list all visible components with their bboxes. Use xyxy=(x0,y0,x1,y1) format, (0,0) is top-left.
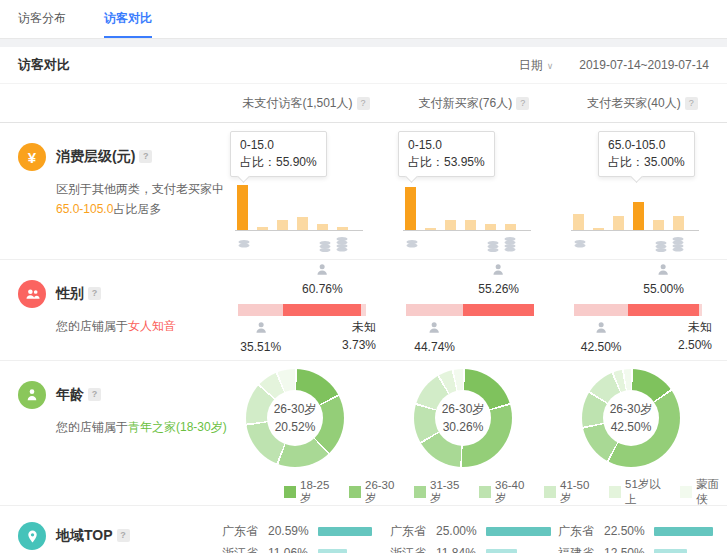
gender-chart-unpaid[interactable]: 60.76% 35.51% 未知 3.73% xyxy=(222,260,390,360)
row-title-region: 地域TOP? xyxy=(56,527,130,545)
help-icon[interactable]: ? xyxy=(88,388,101,401)
legend-swatch xyxy=(284,486,296,498)
male-share: 44.74% xyxy=(414,320,455,354)
help-icon[interactable]: ? xyxy=(685,97,698,110)
high-spend-icon xyxy=(654,236,685,253)
row-gender: 性别? 您的店铺属于女人知音 60.76% 35.51% 未知 3.73% xyxy=(0,260,727,361)
region-list-new-buyer: 广东省 25.00% 浙江省 11.84% xyxy=(390,506,558,553)
legend-swatch xyxy=(349,486,361,498)
age-chart-new-buyer[interactable]: 26-30岁 30.26% xyxy=(390,361,558,475)
legend-swatch xyxy=(414,486,426,498)
age-chart-unpaid[interactable]: 26-30岁 20.52% xyxy=(222,361,390,475)
low-spend-icon xyxy=(573,239,587,249)
legend-item[interactable]: 41-50岁 xyxy=(544,479,597,506)
consumption-bar[interactable] xyxy=(505,224,516,230)
consumption-chart-new-buyer[interactable]: 0-15.0 占比：53.95% xyxy=(390,123,558,259)
region-item: 广东省 25.00% xyxy=(390,520,558,542)
consumption-bar[interactable] xyxy=(237,185,248,230)
consumption-bar[interactable] xyxy=(337,227,348,230)
person-icon xyxy=(315,262,330,277)
help-icon[interactable]: ? xyxy=(516,97,529,110)
region-item: 浙江省 11.06% xyxy=(222,542,390,553)
region-item: 广东省 22.50% xyxy=(558,520,727,542)
consumption-bar[interactable] xyxy=(593,228,604,230)
female-share: 60.76% xyxy=(302,262,343,296)
gender-bar xyxy=(574,304,702,316)
age-desc: 您的店铺属于青年之家(18-30岁) xyxy=(56,417,222,437)
legend-swatch xyxy=(479,486,491,498)
consumption-bar[interactable] xyxy=(573,214,584,230)
page-title: 访客对比 xyxy=(18,56,70,74)
female-share: 55.00% xyxy=(643,262,684,296)
divider-band xyxy=(0,39,727,47)
region-bar xyxy=(486,549,517,553)
help-icon[interactable]: ? xyxy=(139,150,152,163)
chart-tooltip: 0-15.0 占比：55.90% xyxy=(230,131,327,177)
consumption-bar[interactable] xyxy=(277,220,288,230)
age-donut: 26-30岁 42.50% xyxy=(582,369,680,467)
legend-item[interactable]: 36-40岁 xyxy=(479,479,532,506)
person-icon xyxy=(427,320,442,335)
consumption-bar[interactable] xyxy=(445,220,456,230)
consumption-bar[interactable] xyxy=(317,224,328,230)
consumption-bar[interactable] xyxy=(613,216,624,230)
unknown-share: 未知 2.50% xyxy=(678,318,712,354)
consumption-bar[interactable] xyxy=(653,220,664,230)
tab-visitor-distribution[interactable]: 访客分布 xyxy=(18,10,66,38)
consumption-bar[interactable] xyxy=(465,220,476,230)
legend-item[interactable]: 51岁以上 xyxy=(609,477,668,507)
chart-tooltip: 65.0-105.0 占比：35.00% xyxy=(598,131,695,177)
gender-bar xyxy=(238,304,366,316)
gender-bar xyxy=(406,304,534,316)
legend-item[interactable]: 蒙面侠 xyxy=(680,477,727,507)
region-item: 福建省 12.50% xyxy=(558,542,727,553)
consumption-bar[interactable] xyxy=(405,187,416,230)
row-consumption: ¥ 消费层级(元)? 区别于其他两类，支付老买家中 65.0-105.0占比居多… xyxy=(0,123,727,260)
age-chart-old-buyer[interactable]: 26-30岁 42.50% xyxy=(558,361,727,475)
gender-desc-highlight: 女人知音 xyxy=(128,319,176,333)
age-legend: 18-25岁26-30岁31-35岁36-40岁41-50岁51岁以上蒙面侠 xyxy=(284,479,727,505)
legend-item[interactable]: 18-25岁 xyxy=(284,479,337,506)
legend-item[interactable]: 31-35岁 xyxy=(414,479,467,506)
date-selector[interactable]: 日期∨ xyxy=(519,57,554,74)
location-pin-icon xyxy=(18,522,46,550)
page-header: 访客对比 日期∨ 2019-07-14~2019-07-14 xyxy=(0,47,727,84)
region-item: 广东省 20.59% xyxy=(222,520,390,542)
person-icon xyxy=(18,381,46,409)
mini-bar-chart xyxy=(403,183,531,231)
consumption-bar[interactable] xyxy=(633,202,644,230)
high-spend-icon xyxy=(318,236,349,253)
consumption-bar[interactable] xyxy=(257,227,268,230)
region-bar xyxy=(318,549,347,553)
help-icon[interactable]: ? xyxy=(357,97,370,110)
legend-item[interactable]: 26-30岁 xyxy=(349,479,402,506)
column-header-row: 未支付访客(1,501人)? 支付新买家(76人)? 支付老买家(40人)? xyxy=(0,84,727,123)
legend-swatch xyxy=(609,486,621,498)
age-donut: 26-30岁 20.52% xyxy=(246,369,344,467)
yen-icon: ¥ xyxy=(18,143,46,171)
gender-chart-new-buyer[interactable]: 55.26% 44.74% 未知 xyxy=(390,260,558,360)
consumption-bar[interactable] xyxy=(673,216,684,230)
unknown-share: 未知 3.73% xyxy=(342,318,376,354)
consumption-bar[interactable] xyxy=(297,217,308,230)
row-title-gender: 性别? xyxy=(56,285,101,303)
person-icon xyxy=(594,320,609,335)
consumption-chart-unpaid[interactable]: 0-15.0 占比：55.90% xyxy=(222,123,390,259)
consumption-bar[interactable] xyxy=(425,228,436,230)
tab-visitor-compare[interactable]: 访客对比 xyxy=(104,10,152,38)
age-desc-highlight: 青年之家(18-30岁) xyxy=(128,420,227,434)
gender-desc: 您的店铺属于女人知音 xyxy=(56,316,222,336)
gender-chart-old-buyer[interactable]: 55.00% 42.50% 未知 2.50% xyxy=(558,260,727,360)
low-spend-icon xyxy=(405,239,419,249)
consumption-chart-old-buyer[interactable]: 65.0-105.0 占比：35.00% xyxy=(558,123,727,259)
region-bar xyxy=(318,527,372,536)
help-icon[interactable]: ? xyxy=(117,529,130,542)
top-tab-bar: 访客分布 访客对比 xyxy=(0,0,727,39)
consumption-desc: 区别于其他两类，支付老买家中 65.0-105.0占比居多 xyxy=(56,179,232,219)
help-icon[interactable]: ? xyxy=(88,287,101,300)
region-list-old-buyer: 广东省 22.50% 福建省 12.50% xyxy=(558,506,727,553)
male-share: 35.51% xyxy=(240,320,281,354)
mini-bar-chart xyxy=(571,183,699,231)
consumption-bar[interactable] xyxy=(485,224,496,230)
chart-tooltip: 0-15.0 占比：53.95% xyxy=(398,131,495,177)
